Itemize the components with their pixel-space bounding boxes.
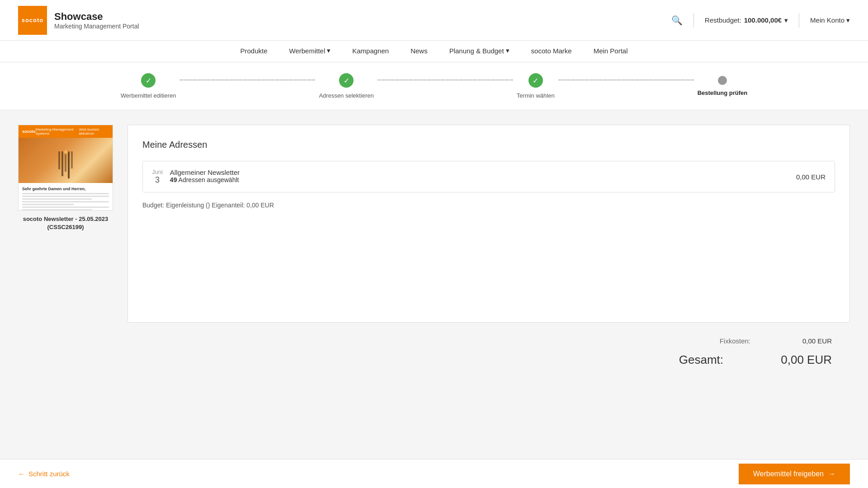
nav-item-werbemittel[interactable]: Werbemittel ▾ [288,41,333,62]
budget-label: Restbudget: [705,16,741,24]
address-count: 49 [170,176,177,183]
thumb-greeting: Sehr geehrte Damen und Herren, [22,187,109,191]
step-4-indicator [718,76,727,85]
gesamt-value: 0,00 EUR [760,353,832,367]
step-1-label: Werbemittel editieren [121,92,176,99]
budget-info-line: Budget: Eigenleistung () Eigenanteil: 0,… [142,202,835,209]
step-3-indicator: ✓ [528,73,543,88]
step-3-label: Termin wählen [517,92,555,99]
cost-summary: Fixkosten: 0,00 EUR Gesamt: 0,00 EUR [127,323,850,367]
header: socoto Showcase Marketing Management Por… [0,0,868,41]
step-1: ✓ Werbemittel editieren [121,73,176,99]
gesamt-label: Gesamt: [679,353,723,367]
fixkosten-value: 0,00 EUR [787,337,832,345]
addresses-label: Adressen ausgewählt [179,176,239,183]
date-block: Juni 3 [152,169,163,185]
step-4: Bestellung prüfen [698,76,748,96]
address-info: Allgemeiner Newsletter 49 Adressen ausge… [170,169,240,183]
header-divider-2 [799,13,799,28]
header-divider [693,13,694,28]
logo: socoto [18,6,47,35]
product-thumbnail: socoto Marketing Management Systems Jetz… [18,125,113,211]
newsletter-name: Allgemeiner Newsletter [170,169,240,176]
address-entry: Juni 3 Allgemeiner Newsletter 49 Adresse… [142,161,835,192]
step-1-indicator: ✓ [141,73,156,88]
search-icon[interactable]: 🔍 [671,15,683,26]
month-label: Juni [152,169,163,175]
back-label: Schritt zurück [28,470,70,478]
panel-title: Meine Adressen [142,140,835,150]
thumb-action-label: Jetzt buchen aktivieren [79,127,109,136]
step-2-indicator: ✓ [339,73,354,88]
gesamt-row: Gesamt: 0,00 EUR [679,353,832,367]
thumb-logo: socoto [22,129,36,134]
account-label: Mein Konto [810,16,844,24]
entry-price: 0,00 EUR [796,173,826,181]
account-chevron-icon: ▾ [846,16,850,24]
app-title: Showcase [54,11,139,23]
nav-item-produkte[interactable]: Produkte [238,41,269,62]
address-date-block: Juni 3 Allgemeiner Newsletter 49 Adresse… [152,169,240,185]
footer-bar: ← Schritt zurück Werbemittel freigeben → [0,459,868,488]
submit-arrow-icon: → [828,470,835,478]
header-title: Showcase Marketing Management Portal [54,11,139,30]
product-title: socoto Newsletter - 25.05.2023 (CSSC2619… [18,215,113,231]
stepper: ✓ Werbemittel editieren ✓ Adressen selek… [0,62,868,110]
step-4-label: Bestellung prüfen [698,89,748,96]
budget-value: 100.000,00€ [744,16,782,24]
nav-item-socoto-marke[interactable]: socoto Marke [529,41,574,62]
nav-item-kampagnen[interactable]: Kampagnen [350,41,391,62]
nav-item-news[interactable]: News [409,41,429,62]
fixkosten-label: Fixkosten: [720,337,750,345]
addresses-selected: 49 Adressen ausgewählt [170,176,240,183]
header-right: 🔍 Restbudget: 100.000,00€ ▾ Mein Konto ▾ [671,13,850,28]
main-content: socoto Marketing Management Systems Jetz… [0,110,868,381]
step-3: ✓ Termin wählen [517,73,555,99]
thumb-system-label: Marketing Management Systems [36,127,79,136]
step-line-3 [558,80,694,80]
order-panel: Meine Adressen Juni 3 Allgemeiner Newsle… [127,125,850,323]
step-line-2 [377,80,513,80]
app-subtitle: Marketing Management Portal [54,23,139,30]
submit-button[interactable]: Werbemittel freigeben → [739,464,850,484]
nav-item-mein-portal[interactable]: Mein Portal [592,41,630,62]
budget-chevron-icon: ▾ [784,16,788,24]
submit-label: Werbemittel freigeben [753,470,824,478]
back-button[interactable]: ← Schritt zurück [18,470,70,478]
day-label: 3 [152,175,163,185]
step-2: ✓ Adressen selektieren [319,73,373,99]
fixkosten-row: Fixkosten: 0,00 EUR [720,337,832,345]
header-left: socoto Showcase Marketing Management Por… [18,6,139,35]
planung-chevron-icon: ▾ [506,47,509,55]
step-line-1 [179,80,315,80]
nav-bar: Produkte Werbemittel ▾ Kampagnen News Pl… [0,41,868,62]
nav-item-planung-budget[interactable]: Planung & Budget ▾ [448,41,511,62]
step-2-label: Adressen selektieren [319,92,373,99]
account-menu[interactable]: Mein Konto ▾ [810,16,850,24]
budget-display[interactable]: Restbudget: 100.000,00€ ▾ [705,16,788,24]
product-card: socoto Marketing Management Systems Jetz… [18,125,113,367]
back-arrow-icon: ← [18,470,25,478]
werbemittel-chevron-icon: ▾ [327,47,330,55]
